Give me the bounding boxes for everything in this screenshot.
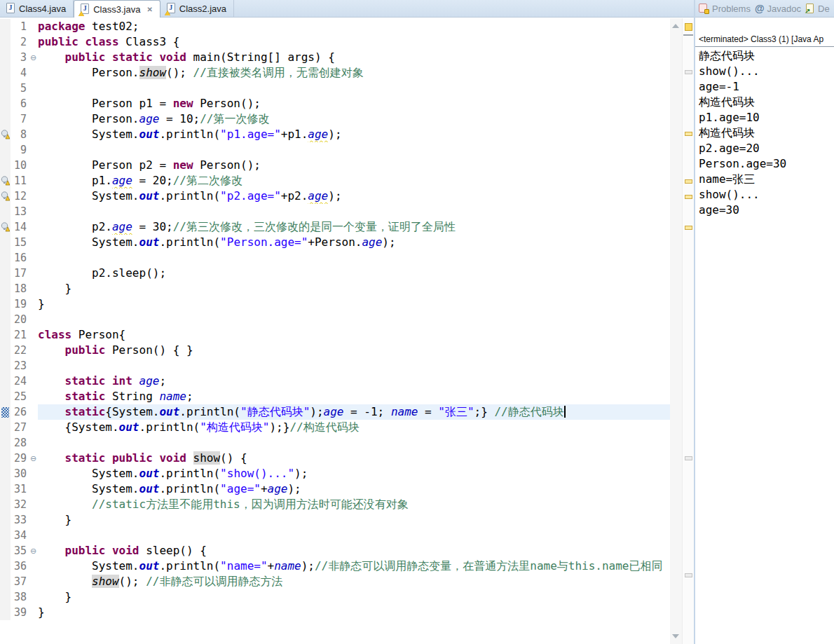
editor-line[interactable]: 28 [0, 435, 670, 451]
editor-line[interactable]: 36 System.out.println("name="+name);//非静… [0, 559, 670, 574]
editor-line[interactable]: 6 Person p1 = new Person(); [0, 96, 670, 111]
editor-line[interactable]: 3⊖ public static void main(String[] args… [0, 50, 670, 65]
editor-line[interactable]: 37 show(); //非静态可以调用静态方法 [0, 574, 670, 589]
editor-line[interactable]: 18 } [0, 281, 670, 296]
editor-line[interactable]: 7 Person.age = 10;//第一次修改 [0, 111, 670, 127]
view-tab-de[interactable]: ↗De [805, 4, 830, 14]
editor-line[interactable]: 14 p2.age = 30;//第三次修改，三次修改的是同一个变量，证明了全局… [0, 219, 670, 235]
editor-line[interactable]: 31 System.out.println("age="+age); [0, 481, 670, 497]
code-editor[interactable]: 1package test02;2public class Class3 {3⊖… [0, 18, 694, 644]
code-text[interactable]: } [38, 589, 670, 605]
editor-line[interactable]: 11 p1.age = 20;//第二次修改 [0, 173, 670, 189]
code-text[interactable]: System.out.println("age="+age); [38, 481, 670, 497]
warning-marker[interactable] [685, 195, 692, 199]
code-text[interactable]: Person.show(); //直接被类名调用，无需创建对象 [38, 65, 670, 81]
editor-line[interactable]: 17 p2.sleep(); [0, 266, 670, 281]
editor-line[interactable]: 33 } [0, 512, 670, 528]
editor-line[interactable]: 25 static String name; [0, 389, 670, 404]
editor-line[interactable]: 35⊖ public void sleep() { [0, 543, 670, 559]
warning-bulb-icon[interactable] [1, 130, 10, 142]
code-text[interactable]: public Person() { } [38, 343, 670, 358]
editor-line[interactable]: 4 Person.show(); //直接被类名调用，无需创建对象 [0, 65, 670, 81]
editor-line[interactable]: 13 [0, 204, 670, 219]
occurrence-marker[interactable] [685, 70, 692, 74]
scroll-down-icon[interactable] [672, 634, 679, 638]
editor-line[interactable]: 16 [0, 250, 670, 266]
code-text[interactable]: Person.age = 10;//第一次修改 [38, 111, 670, 127]
editor-line[interactable]: 8 System.out.println("p1.age="+p1.age); [0, 127, 670, 142]
code-text[interactable]: package test02; [38, 19, 670, 34]
warning-marker[interactable] [685, 226, 692, 230]
code-text[interactable]: } [38, 605, 670, 620]
code-text[interactable]: System.out.println("name="+name);//非静态可以… [38, 559, 670, 574]
annotation-summary-icon[interactable] [685, 23, 692, 31]
warning-marker[interactable] [685, 179, 692, 184]
editor-line[interactable]: 22 public Person() { } [0, 343, 670, 358]
editor-line[interactable]: 15 System.out.println("Person.age="+Pers… [0, 235, 670, 250]
code-text[interactable]: public void sleep() { [38, 543, 670, 559]
editor-line[interactable]: 23 [0, 358, 670, 374]
fold-marker-icon[interactable]: ⊖ [29, 50, 38, 65]
code-text[interactable]: show(); //非静态可以调用静态方法 [38, 574, 670, 589]
editor-tab-class4-java[interactable]: JClass4.java [0, 0, 74, 17]
editor-line[interactable]: 39} [0, 605, 670, 620]
editor-line[interactable]: 1package test02; [0, 19, 670, 34]
code-text[interactable]: Person p1 = new Person(); [38, 96, 670, 111]
code-text[interactable]: {System.out.println("构造代码块");}//构造代码块 [38, 420, 670, 435]
editor-line[interactable]: 21class Person{ [0, 327, 670, 343]
code-text[interactable]: Person p2 = new Person(); [38, 158, 670, 173]
code-text[interactable]: public static void main(String[] args) { [38, 50, 670, 65]
code-text[interactable]: public class Class3 { [38, 34, 670, 50]
code-text[interactable] [38, 250, 670, 266]
code-text[interactable]: static String name; [38, 389, 670, 404]
code-text[interactable] [38, 435, 670, 451]
editor-line[interactable]: 12 System.out.println("p2.age="+p2.age); [0, 189, 670, 204]
editor-line[interactable]: 30 System.out.println("show()..."); [0, 466, 670, 481]
code-text[interactable]: static{System.out.println("静态代码块");age =… [38, 404, 670, 420]
editor-line[interactable]: 9 [0, 142, 670, 158]
code-text[interactable]: System.out.println("p1.age="+p1.age); [38, 127, 670, 142]
code-text[interactable]: } [38, 296, 670, 312]
code-text[interactable]: } [38, 281, 670, 296]
scroll-up-icon[interactable] [672, 24, 679, 28]
code-text[interactable]: System.out.println("show()..."); [38, 466, 670, 481]
editor-line[interactable]: 24 static int age; [0, 374, 670, 389]
code-text[interactable] [38, 81, 670, 96]
editor-line[interactable]: 29⊖ static public void show() { [0, 451, 670, 466]
occurrence-marker[interactable] [685, 573, 692, 577]
code-text[interactable]: System.out.println("p2.age="+p2.age); [38, 189, 670, 204]
code-text[interactable]: //static方法里不能用this，因为调用方法时可能还没有对象 [38, 497, 670, 512]
editor-vertical-scrollbar[interactable] [670, 18, 682, 644]
fold-marker-icon[interactable]: ⊖ [29, 451, 38, 466]
editor-line[interactable]: 27 {System.out.println("构造代码块");}//构造代码块 [0, 420, 670, 435]
editor-tab-class3-java[interactable]: JClass3.java✕ [74, 0, 160, 18]
overview-ruler[interactable] [682, 18, 694, 644]
close-icon[interactable]: ✕ [146, 6, 152, 13]
warning-bulb-icon[interactable] [1, 191, 10, 204]
code-text[interactable]: class Person{ [38, 327, 670, 343]
editor-line[interactable]: 32 //static方法里不能用this，因为调用方法时可能还没有对象 [0, 497, 670, 512]
code-text[interactable] [38, 358, 670, 374]
code-text[interactable] [38, 312, 670, 327]
view-tab-javadoc[interactable]: @Javadoc [755, 3, 801, 14]
code-text[interactable] [38, 528, 670, 543]
code-text[interactable]: static public void show() { [38, 451, 670, 466]
fold-marker-icon[interactable]: ⊖ [29, 543, 38, 559]
editor-line[interactable]: 20 [0, 312, 670, 327]
view-tab-problems[interactable]: Problems [699, 4, 751, 14]
editor-tab-class2-java[interactable]: JClass2.java [160, 0, 234, 17]
code-text[interactable]: System.out.println("Person.age="+Person.… [38, 235, 670, 250]
warning-bulb-icon[interactable] [1, 222, 10, 235]
occurrence-marker[interactable] [685, 456, 692, 460]
editor-line[interactable]: 38 } [0, 589, 670, 605]
editor-line[interactable]: 5 [0, 81, 670, 96]
editor-line[interactable]: 26 static{System.out.println("静态代码块");ag… [0, 404, 670, 420]
code-text[interactable]: p2.sleep(); [38, 266, 670, 281]
code-text[interactable]: p2.age = 30;//第三次修改，三次修改的是同一个变量，证明了全局性 [38, 219, 670, 235]
code-text[interactable]: static int age; [38, 374, 670, 389]
code-text[interactable] [38, 142, 670, 158]
warning-marker[interactable] [685, 132, 692, 136]
code-text[interactable] [38, 204, 670, 219]
editor-line[interactable]: 34 [0, 528, 670, 543]
editor-line[interactable]: 2public class Class3 { [0, 34, 670, 50]
